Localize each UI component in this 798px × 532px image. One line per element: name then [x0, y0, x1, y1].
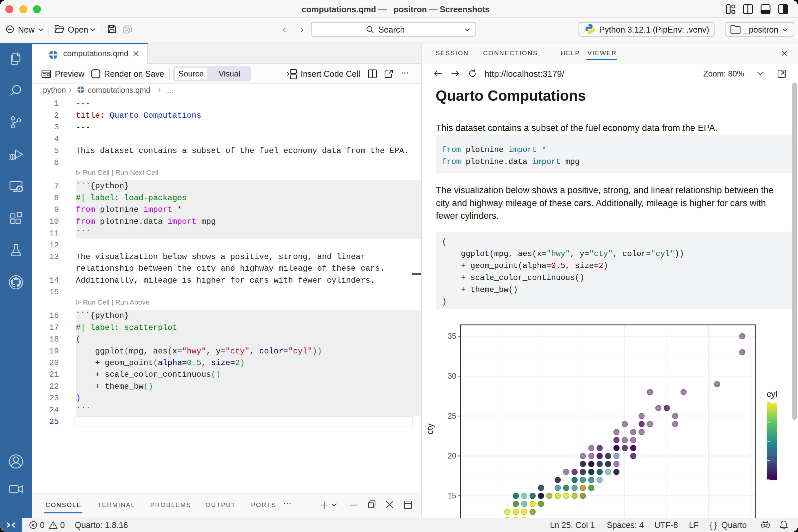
svg-text:cty: cty: [425, 423, 435, 434]
svg-text:cyl: cyl: [767, 389, 777, 399]
svg-text:25: 25: [448, 412, 456, 420]
svg-text:30: 30: [448, 372, 456, 380]
svg-text:35: 35: [448, 332, 456, 341]
svg-text:20: 20: [448, 452, 456, 460]
svg-text:15: 15: [448, 491, 456, 500]
